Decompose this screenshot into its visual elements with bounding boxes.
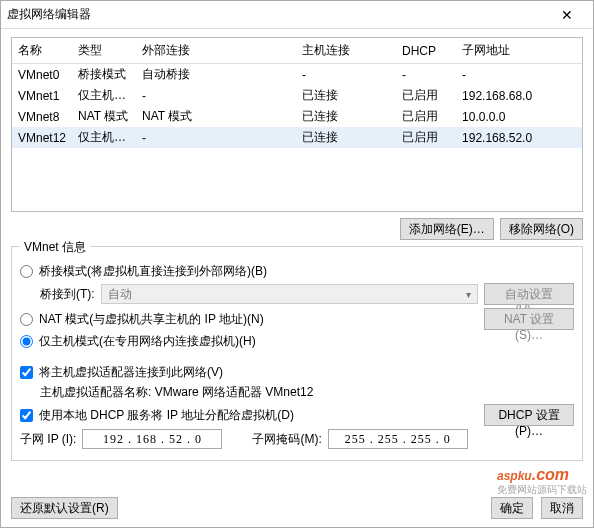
window-title: 虚拟网络编辑器 bbox=[7, 6, 547, 23]
cell-name: VMnet8 bbox=[12, 106, 72, 127]
close-icon[interactable]: ✕ bbox=[547, 7, 587, 23]
chk-dhcp-input[interactable] bbox=[20, 409, 33, 422]
cell-ext: - bbox=[136, 85, 296, 106]
chevron-down-icon: ▾ bbox=[466, 289, 471, 300]
subnet-ip-label: 子网 IP (I): bbox=[20, 431, 76, 448]
cell-type: 桥接模式 bbox=[72, 64, 136, 86]
table-row[interactable]: VMnet8NAT 模式NAT 模式已连接已启用10.0.0.0 bbox=[12, 106, 582, 127]
table-row[interactable]: VMnet1仅主机…-已连接已启用192.168.68.0 bbox=[12, 85, 582, 106]
cell-subnet: 192.168.68.0 bbox=[456, 85, 582, 106]
subnet-mask-label: 子网掩码(M): bbox=[252, 431, 321, 448]
cell-host: - bbox=[296, 64, 396, 86]
cell-name: VMnet0 bbox=[12, 64, 72, 86]
cell-ext: - bbox=[136, 127, 296, 148]
table-header-row: 名称 类型 外部连接 主机连接 DHCP 子网地址 bbox=[12, 38, 582, 64]
vnet-editor-window: 虚拟网络编辑器 ✕ 名称 类型 外部连接 主机连接 DHCP 子网地址 VMne… bbox=[0, 0, 594, 528]
cell-host: 已连接 bbox=[296, 106, 396, 127]
table-row[interactable]: VMnet0桥接模式自动桥接--- bbox=[12, 64, 582, 86]
col-name[interactable]: 名称 bbox=[12, 38, 72, 64]
chk-dhcp-label: 使用本地 DHCP 服务将 IP 地址分配给虚拟机(D) bbox=[39, 407, 294, 424]
list-button-row: 添加网络(E)… 移除网络(O) bbox=[11, 218, 583, 240]
radio-bridge-input[interactable] bbox=[20, 265, 33, 278]
cell-host: 已连接 bbox=[296, 85, 396, 106]
add-network-button[interactable]: 添加网络(E)… bbox=[400, 218, 494, 240]
radio-hostonly-input[interactable] bbox=[20, 335, 33, 348]
cell-dhcp: 已启用 bbox=[396, 85, 456, 106]
col-subnet[interactable]: 子网地址 bbox=[456, 38, 582, 64]
radio-hostonly[interactable]: 仅主机模式(在专用网络内连接虚拟机)(H) bbox=[20, 333, 256, 350]
cell-type: 仅主机… bbox=[72, 127, 136, 148]
adapter-name-label: 主机虚拟适配器名称: VMware 网络适配器 VMnet12 bbox=[40, 384, 313, 401]
network-table: 名称 类型 外部连接 主机连接 DHCP 子网地址 VMnet0桥接模式自动桥接… bbox=[12, 38, 582, 148]
chk-dhcp[interactable]: 使用本地 DHCP 服务将 IP 地址分配给虚拟机(D) bbox=[20, 407, 294, 424]
remove-network-button[interactable]: 移除网络(O) bbox=[500, 218, 583, 240]
cell-ext: NAT 模式 bbox=[136, 106, 296, 127]
radio-bridge[interactable]: 桥接模式(将虚拟机直接连接到外部网络)(B) bbox=[20, 263, 267, 280]
chk-connect-host[interactable]: 将主机虚拟适配器连接到此网络(V) bbox=[20, 364, 223, 381]
content: 名称 类型 外部连接 主机连接 DHCP 子网地址 VMnet0桥接模式自动桥接… bbox=[1, 29, 593, 489]
cell-subnet: 10.0.0.0 bbox=[456, 106, 582, 127]
bridge-to-label: 桥接到(T): bbox=[40, 286, 95, 303]
auto-settings-button: 自动设置(U)… bbox=[484, 283, 574, 305]
vmnet-info-group: VMnet 信息 桥接模式(将虚拟机直接连接到外部网络)(B) 桥接到(T): … bbox=[11, 246, 583, 461]
cell-dhcp: 已启用 bbox=[396, 106, 456, 127]
radio-nat[interactable]: NAT 模式(与虚拟机共享主机的 IP 地址)(N) bbox=[20, 311, 264, 328]
dhcp-settings-button[interactable]: DHCP 设置(P)… bbox=[484, 404, 574, 426]
table-row[interactable]: VMnet12仅主机…-已连接已启用192.168.52.0 bbox=[12, 127, 582, 148]
cell-dhcp: - bbox=[396, 64, 456, 86]
nat-settings-button: NAT 设置(S)… bbox=[484, 308, 574, 330]
col-host[interactable]: 主机连接 bbox=[296, 38, 396, 64]
cell-subnet: - bbox=[456, 64, 582, 86]
bridge-to-value: 自动 bbox=[108, 286, 132, 303]
chk-connect-host-label: 将主机虚拟适配器连接到此网络(V) bbox=[39, 364, 223, 381]
cell-name: VMnet1 bbox=[12, 85, 72, 106]
cell-type: 仅主机… bbox=[72, 85, 136, 106]
cell-dhcp: 已启用 bbox=[396, 127, 456, 148]
col-dhcp[interactable]: DHCP bbox=[396, 38, 456, 64]
subnet-ip-input[interactable]: 192 . 168 . 52 . 0 bbox=[82, 429, 222, 449]
cell-name: VMnet12 bbox=[12, 127, 72, 148]
network-list[interactable]: 名称 类型 外部连接 主机连接 DHCP 子网地址 VMnet0桥接模式自动桥接… bbox=[11, 37, 583, 212]
bottom-bar: 还原默认设置(R) 确定 取消 bbox=[1, 489, 593, 527]
chk-connect-host-input[interactable] bbox=[20, 366, 33, 379]
radio-nat-input[interactable] bbox=[20, 313, 33, 326]
cell-subnet: 192.168.52.0 bbox=[456, 127, 582, 148]
restore-defaults-button[interactable]: 还原默认设置(R) bbox=[11, 497, 118, 519]
radio-hostonly-label: 仅主机模式(在专用网络内连接虚拟机)(H) bbox=[39, 333, 256, 350]
ok-button[interactable]: 确定 bbox=[491, 497, 533, 519]
titlebar: 虚拟网络编辑器 ✕ bbox=[1, 1, 593, 29]
col-ext[interactable]: 外部连接 bbox=[136, 38, 296, 64]
cell-type: NAT 模式 bbox=[72, 106, 136, 127]
cell-host: 已连接 bbox=[296, 127, 396, 148]
cell-ext: 自动桥接 bbox=[136, 64, 296, 86]
radio-bridge-label: 桥接模式(将虚拟机直接连接到外部网络)(B) bbox=[39, 263, 267, 280]
col-type[interactable]: 类型 bbox=[72, 38, 136, 64]
subnet-mask-input[interactable]: 255 . 255 . 255 . 0 bbox=[328, 429, 468, 449]
group-legend: VMnet 信息 bbox=[20, 239, 90, 256]
cancel-button[interactable]: 取消 bbox=[541, 497, 583, 519]
radio-nat-label: NAT 模式(与虚拟机共享主机的 IP 地址)(N) bbox=[39, 311, 264, 328]
bridge-to-combo: 自动 ▾ bbox=[101, 284, 478, 304]
